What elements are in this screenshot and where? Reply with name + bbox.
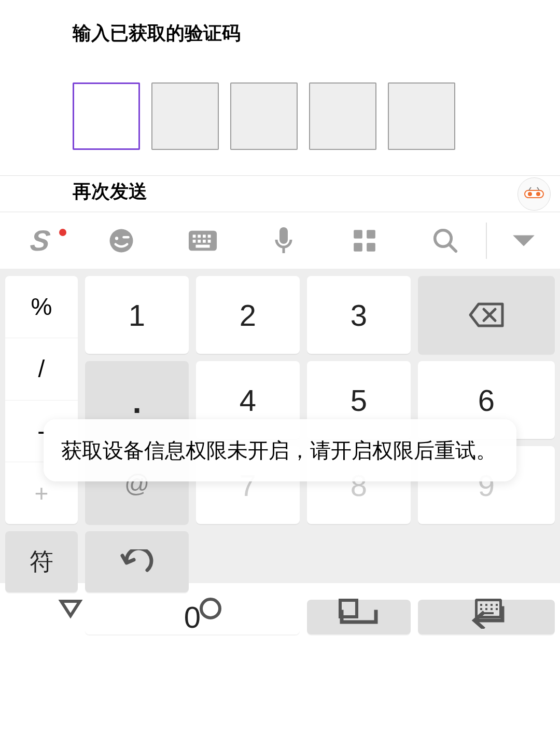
- svg-rect-9: [207, 234, 211, 238]
- symbol-column: % / - +: [5, 276, 78, 524]
- key-0[interactable]: 0: [85, 600, 300, 634]
- svg-rect-13: [207, 240, 211, 243]
- svg-rect-14: [195, 244, 209, 247]
- chevron-down-icon: [511, 233, 537, 248]
- svg-point-2: [536, 192, 540, 196]
- notification-dot-icon: [59, 229, 66, 236]
- keyboard-switch-icon: [188, 229, 218, 253]
- ime-toolbar: S: [0, 212, 560, 269]
- symbol-mode-key[interactable]: 符: [5, 531, 78, 592]
- svg-line-22: [449, 244, 456, 251]
- home-circle-icon: [199, 597, 222, 620]
- code-input-5[interactable]: [388, 82, 455, 150]
- key-2[interactable]: 2: [196, 276, 300, 354]
- svg-point-25: [201, 599, 220, 618]
- svg-rect-17: [354, 230, 362, 239]
- emoji-button[interactable]: [81, 227, 162, 255]
- voice-button[interactable]: [243, 226, 324, 255]
- assistant-avatar-icon[interactable]: [517, 177, 551, 211]
- backspace-icon: [468, 302, 505, 328]
- svg-rect-8: [203, 234, 206, 238]
- svg-rect-10: [192, 240, 195, 243]
- svg-rect-19: [354, 243, 362, 252]
- svg-rect-6: [192, 234, 195, 238]
- verification-code-screen: 输入已获取的验证码 再次发送: [0, 0, 560, 175]
- microphone-icon: [273, 226, 294, 255]
- svg-rect-11: [198, 240, 201, 243]
- undo-key[interactable]: [85, 531, 189, 592]
- keyboard-switch-button[interactable]: [162, 229, 243, 253]
- nav-ime-button[interactable]: [475, 599, 502, 620]
- nav-recent-button[interactable]: [338, 598, 359, 621]
- nav-back-button[interactable]: [58, 598, 83, 621]
- svg-rect-18: [367, 230, 375, 239]
- search-button[interactable]: [405, 227, 486, 255]
- code-input-4[interactable]: [309, 82, 376, 150]
- recent-square-icon: [338, 598, 359, 619]
- svg-rect-12: [203, 240, 206, 243]
- search-icon: [431, 227, 459, 255]
- apps-button[interactable]: [324, 228, 405, 254]
- key-3[interactable]: 3: [307, 276, 411, 354]
- ime-logo-button[interactable]: S: [0, 224, 81, 257]
- permission-toast: 获取设备信息权限未开启，请开启权限后重试。: [44, 419, 516, 481]
- svg-point-4: [115, 237, 118, 240]
- collapse-keyboard-button[interactable]: [487, 233, 560, 248]
- code-input-2[interactable]: [151, 82, 219, 150]
- space-key[interactable]: [307, 600, 411, 634]
- code-input-1[interactable]: [73, 82, 140, 150]
- emoji-icon: [107, 227, 135, 255]
- svg-point-1: [528, 192, 532, 196]
- undo-icon: [120, 549, 153, 574]
- code-input-row: [73, 82, 487, 150]
- svg-rect-26: [340, 600, 357, 617]
- slash-key[interactable]: /: [5, 338, 78, 400]
- key-1[interactable]: 1: [85, 276, 189, 354]
- ime-keyboard-icon: [475, 599, 502, 618]
- resend-link[interactable]: 再次发送: [73, 179, 487, 204]
- backspace-key[interactable]: [418, 276, 555, 354]
- svg-rect-15: [279, 227, 288, 244]
- percent-key[interactable]: %: [5, 276, 78, 338]
- svg-rect-20: [367, 243, 375, 252]
- back-triangle-icon: [58, 598, 83, 619]
- svg-rect-0: [525, 190, 543, 198]
- svg-point-3: [110, 229, 133, 252]
- code-input-3[interactable]: [230, 82, 298, 150]
- grid-icon: [352, 228, 377, 254]
- page-title: 输入已获取的验证码: [73, 21, 487, 46]
- svg-rect-7: [198, 234, 201, 238]
- nav-home-button[interactable]: [199, 597, 222, 622]
